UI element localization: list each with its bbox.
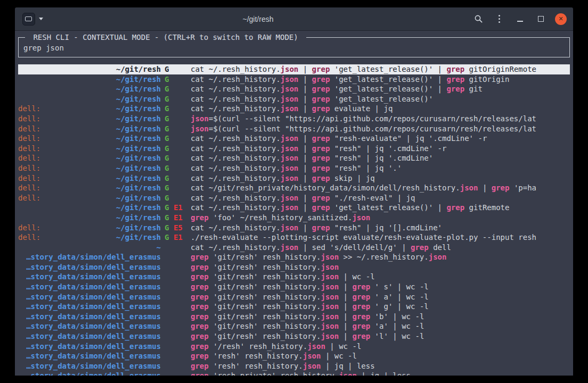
history-row[interactable]: dell:~/git/reshGcat ~/.resh_history.json…	[18, 163, 570, 173]
minimize-icon	[517, 21, 523, 22]
history-row[interactable]: ~/git/reshG E1cat ~/.resh_history.json |…	[18, 203, 570, 213]
host-label: dell:	[18, 134, 40, 144]
restore-button[interactable]	[534, 13, 547, 26]
history-row[interactable]: ~/git/reshGcat ~/.resh_history.json | gr…	[18, 64, 570, 74]
git-flag: G	[165, 164, 169, 172]
command-text: grep 'resh_private' resh_history.json | …	[191, 371, 570, 376]
row-context: …story_data/simon/dell_erasmus	[18, 351, 161, 361]
query-match: grep	[312, 85, 330, 93]
query-match: json	[321, 253, 339, 261]
command-text: cat ~/git/resh_private/history_data/simo…	[191, 183, 570, 193]
row-flags	[161, 371, 191, 376]
history-row[interactable]: …story_data/simon/dell_erasmusgrep 'git/…	[18, 252, 570, 262]
directory-label: …story_data/simon/dell_erasmus	[26, 292, 161, 302]
exit-code-flag: E1	[174, 233, 183, 242]
command-text: grep '/resh' resh_history.json | wc -l	[191, 342, 570, 352]
row-flags	[161, 351, 191, 361]
history-row[interactable]: dell:~/git/reshGjson=$(curl --silent "ht…	[18, 114, 570, 124]
history-row[interactable]: dell:~/git/reshG E5cat ~/.resh_history.j…	[18, 223, 570, 233]
command-text: cat ~/.resh_history.json | grep evaluate…	[191, 104, 570, 114]
query-match: grep	[191, 253, 209, 261]
directory-label: ~/git/resh	[116, 193, 161, 203]
command-text: grep 'resh' resh_history.json | jq | les…	[191, 361, 570, 371]
command-text: grep 'git/resh' resh_history.json | grep…	[191, 312, 570, 322]
row-context: …story_data/simon/dell_erasmus	[18, 371, 161, 376]
menu-button[interactable]	[493, 13, 505, 26]
history-row[interactable]: dell:~/git/reshGcat ~/.resh_history.json…	[18, 193, 570, 203]
history-row[interactable]: …story_data/simon/dell_erasmusgrep 'git/…	[18, 272, 570, 282]
row-flags: G	[161, 94, 191, 104]
history-row[interactable]: ~/git/reshGcat ~/.resh_history.json | gr…	[18, 84, 570, 94]
row-flags: G	[161, 144, 191, 154]
row-flags	[161, 282, 191, 292]
history-row[interactable]: dell:~/git/reshGcat ~/.resh_history.json…	[18, 153, 570, 163]
history-row[interactable]: …story_data/simon/dell_erasmusgrep 'git/…	[18, 302, 570, 312]
host-label: dell:	[18, 144, 40, 154]
directory-label: ~/git/resh	[116, 223, 161, 233]
git-flag: G	[165, 154, 169, 162]
directory-label: ~/git/resh	[116, 203, 161, 213]
minimize-button[interactable]	[513, 13, 526, 26]
new-terminal-button[interactable]	[21, 12, 44, 27]
history-row[interactable]: dell:~/git/reshG E1./resh-evaluate --plo…	[18, 232, 570, 243]
history-row[interactable]: …story_data/simon/dell_erasmusgrep 'git/…	[18, 331, 570, 342]
command-text: grep 'git/resh' resh_history.json >> ~/.…	[191, 252, 570, 262]
search-button[interactable]	[472, 13, 485, 26]
directory-label: …story_data/simon/dell_erasmus	[26, 272, 161, 282]
git-flag: G	[165, 223, 169, 232]
directory-label: …story_data/simon/dell_erasmus	[26, 252, 161, 262]
history-row[interactable]: …story_data/simon/dell_erasmusgrep 'git/…	[18, 262, 570, 272]
directory-label: ~/git/resh	[116, 163, 161, 173]
history-row[interactable]: …story_data/simon/dell_erasmusgrep 'git/…	[18, 292, 570, 302]
row-context: ~/git/resh	[18, 84, 161, 94]
history-row[interactable]: …story_data/simon/dell_erasmusgrep 'git/…	[18, 282, 570, 292]
history-row[interactable]: dell:~/git/reshGcat ~/.resh_history.json…	[18, 134, 570, 144]
history-row[interactable]: …story_data/simon/dell_erasmusgrep 'resh…	[18, 351, 570, 361]
history-row[interactable]: ~cat ~/.resh_history.json | sed 's/dell/…	[18, 243, 570, 253]
history-row[interactable]: ~/git/reshG E1grep 'foo' ~/resh_history_…	[18, 213, 570, 223]
query-match: json	[281, 174, 299, 182]
history-list: ~/git/reshGcat ~/.resh_history.json | gr…	[18, 64, 570, 376]
row-flags	[161, 331, 191, 342]
history-row[interactable]: dell:~/git/reshGcat ~/.resh_history.json…	[18, 144, 570, 154]
close-button[interactable]: ✕	[555, 13, 567, 25]
query-match: grep	[352, 302, 370, 311]
git-flag: G	[165, 144, 169, 153]
host-label: dell:	[18, 114, 40, 124]
row-context: …story_data/simon/dell_erasmus	[18, 331, 161, 342]
history-row[interactable]: dell:~/git/reshGcat ~/.resh_history.json…	[18, 173, 570, 184]
row-flags: G E1	[161, 213, 191, 223]
command-text: grep 'git/resh' resh_history.json | grep…	[191, 302, 570, 312]
command-text: cat ~/.resh_history.json | sed 's/dell/d…	[191, 243, 570, 253]
chevron-down-icon	[39, 18, 43, 20]
history-row[interactable]: …story_data/simon/dell_erasmusgrep '/res…	[18, 342, 570, 352]
row-flags: G	[161, 163, 191, 173]
row-context: ~	[18, 243, 161, 253]
row-context: …story_data/simon/dell_erasmus	[18, 302, 161, 312]
directory-label: …story_data/simon/dell_erasmus	[26, 371, 161, 376]
history-row[interactable]: dell:~/git/reshGjson=$(curl --silent "ht…	[18, 124, 570, 134]
history-row[interactable]: dell:~/git/reshGcat ~/.resh_history.json…	[18, 104, 570, 114]
history-row[interactable]: …story_data/simon/dell_erasmusgrep 'git/…	[18, 312, 570, 322]
history-row[interactable]: …story_data/simon/dell_erasmusgrep 'resh…	[18, 361, 570, 371]
query-match: grep	[191, 302, 209, 311]
history-row[interactable]: …story_data/simon/dell_erasmusgrep 'resh…	[18, 371, 570, 376]
query-match: json	[191, 124, 209, 133]
history-row[interactable]: ~/git/reshGcat ~/.resh_history.json | gr…	[18, 94, 570, 104]
row-context: …story_data/simon/dell_erasmus	[18, 282, 161, 292]
directory-label: ~	[157, 243, 161, 253]
directory-label: ~/git/resh	[116, 74, 161, 85]
host-label: dell:	[18, 223, 40, 233]
query-match: json	[281, 154, 299, 162]
titlebar: ~/git/resh ✕	[15, 7, 573, 31]
row-context: dell:~/git/resh	[18, 232, 161, 243]
history-row[interactable]: dell:~/git/reshGcat ~/git/resh_private/h…	[18, 183, 570, 193]
command-text: cat ~/.resh_history.json | grep "./resh-…	[191, 193, 570, 203]
row-context: …story_data/simon/dell_erasmus	[18, 361, 161, 371]
host-label: dell:	[18, 193, 40, 203]
git-flag: G	[165, 233, 169, 242]
query-match: json	[339, 371, 357, 376]
row-flags: G	[161, 114, 191, 124]
history-row[interactable]: …story_data/simon/dell_erasmusgrep 'git/…	[18, 321, 570, 331]
history-row[interactable]: ~/git/reshGcat ~/.resh_history.json | gr…	[18, 74, 570, 85]
